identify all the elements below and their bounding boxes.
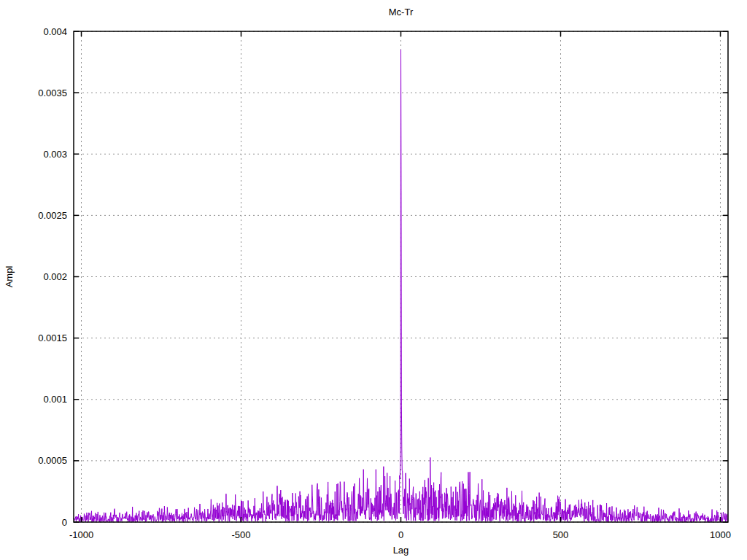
y-tick-label: 0.0015 bbox=[38, 332, 67, 343]
y-tick-label: 0 bbox=[62, 517, 67, 528]
x-tick-label: 500 bbox=[553, 529, 569, 540]
chart-background bbox=[0, 0, 747, 560]
x-axis-label: Lag bbox=[393, 545, 409, 556]
chart-title: Mc-Tr bbox=[389, 7, 414, 18]
x-tick-label: 1000 bbox=[710, 529, 731, 540]
y-tick-label: 0.0025 bbox=[38, 210, 67, 221]
y-axis-label: Ampl bbox=[4, 266, 15, 288]
y-tick-label: 0.004 bbox=[43, 26, 67, 37]
x-tick-label: 0 bbox=[398, 529, 403, 540]
x-tick-label: -500 bbox=[231, 529, 250, 540]
y-tick-label: 0.0005 bbox=[38, 455, 67, 466]
x-tick-label: -1000 bbox=[69, 529, 93, 540]
y-tick-label: 0.001 bbox=[43, 394, 67, 405]
correlation-chart: -1000-50005001000 00.00050.0010.00150.00… bbox=[0, 0, 747, 560]
y-tick-label: 0.003 bbox=[43, 149, 67, 160]
y-tick-label: 0.0035 bbox=[38, 88, 67, 98]
y-tick-label: 0.002 bbox=[43, 271, 67, 282]
chart-window: -1000-50005001000 00.00050.0010.00150.00… bbox=[0, 0, 747, 560]
